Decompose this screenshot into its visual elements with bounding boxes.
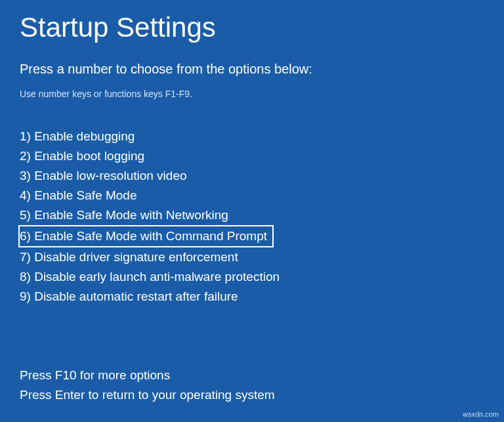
footer-more-options: Press F10 for more options (20, 366, 484, 385)
option-3-text: 3) Enable low-resolution video (20, 169, 187, 182)
key-instruction: Use number keys or functions keys F1-F9. (20, 89, 484, 99)
option-5[interactable]: 5) Enable Safe Mode with Networking (20, 205, 484, 225)
option-4-text: 4) Enable Safe Mode (20, 188, 137, 202)
startup-settings-screen: Startup Settings Press a number to choos… (0, 0, 504, 404)
page-title: Startup Settings (20, 12, 484, 43)
option-9[interactable]: 9) Disable automatic restart after failu… (20, 287, 484, 306)
option-8[interactable]: 8) Disable early launch anti-malware pro… (20, 267, 484, 287)
option-6[interactable]: 6) Enable Safe Mode with Command Prompt (18, 225, 274, 247)
option-7-text: 7) Disable driver signature enforcement (20, 250, 238, 264)
option-4[interactable]: 4) Enable Safe Mode (20, 186, 484, 205)
option-5-text: 5) Enable Safe Mode with Networking (20, 208, 228, 222)
option-8-text: 8) Disable early launch anti-malware pro… (20, 270, 280, 284)
option-1-text: 1) Enable debugging (20, 129, 135, 143)
option-6-text: 6) Enable Safe Mode with Command Prompt (20, 229, 267, 243)
option-1[interactable]: 1) Enable debugging (20, 127, 484, 146)
option-3[interactable]: 3) Enable low-resolution video (20, 166, 484, 186)
option-2-text: 2) Enable boot logging (20, 149, 144, 163)
watermark: wsxdn.com (463, 410, 499, 418)
options-list: 1) Enable debugging 2) Enable boot loggi… (20, 127, 484, 306)
footer-return: Press Enter to return to your operating … (20, 385, 484, 404)
option-2[interactable]: 2) Enable boot logging (20, 146, 484, 166)
option-9-text: 9) Disable automatic restart after failu… (20, 289, 238, 303)
subtitle: Press a number to choose from the option… (20, 62, 484, 77)
option-7[interactable]: 7) Disable driver signature enforcement (20, 247, 484, 267)
